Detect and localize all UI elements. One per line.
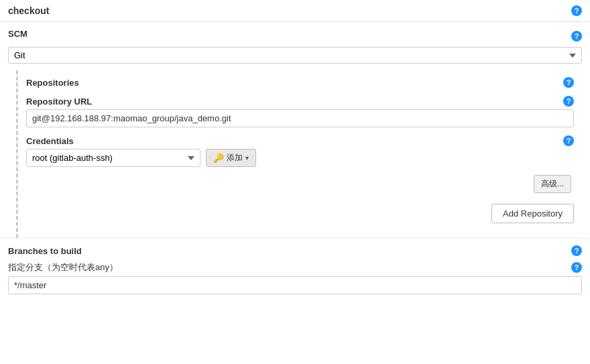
repositories-help-icon[interactable]: ?: [563, 77, 574, 88]
branch-field-header: 指定分支（为空时代表any） ?: [8, 261, 582, 274]
scm-select[interactable]: Git SVN None: [8, 47, 582, 64]
advanced-row: 高级...: [26, 175, 574, 193]
add-repository-button[interactable]: Add Repository: [491, 204, 574, 223]
branch-field-label: 指定分支（为空时代表any）: [8, 261, 118, 274]
branches-header: Branches to build ?: [8, 245, 582, 256]
repository-url-label: Repository URL: [26, 97, 92, 107]
repositories-title: Repositories: [26, 78, 79, 88]
credentials-field: Credentials ? root (gitlab-auth-ssh) - n…: [26, 135, 574, 167]
credentials-label: Credentials: [26, 136, 74, 146]
branch-field: 指定分支（为空时代表any） ?: [8, 261, 582, 294]
scm-help-icon[interactable]: ?: [571, 31, 582, 42]
add-repo-row: Add Repository: [26, 198, 574, 231]
page-container: checkout ? SCM ? Git SVN None Repositori…: [0, 0, 590, 364]
add-credentials-dropdown-arrow: ▾: [245, 154, 249, 162]
repository-url-header: Repository URL ?: [26, 96, 574, 107]
repositories-section-wrap: Repositories ? Repository URL ? Credenti…: [0, 64, 590, 238]
branches-title: Branches to build: [8, 246, 82, 256]
repositories-panel-header: Repositories ?: [26, 77, 574, 88]
header-row: checkout ?: [0, 0, 590, 22]
repository-url-field: Repository URL ?: [26, 96, 574, 127]
branches-help-icon[interactable]: ?: [571, 245, 582, 256]
credentials-select-wrap: root (gitlab-auth-ssh) - none -: [26, 149, 200, 167]
credentials-select[interactable]: root (gitlab-auth-ssh) - none -: [26, 149, 200, 167]
credentials-help-icon[interactable]: ?: [563, 135, 574, 146]
credentials-row: root (gitlab-auth-ssh) - none - 🔑 添加 ▾: [26, 149, 574, 167]
scm-select-wrap: Git SVN None: [8, 47, 582, 64]
scm-section: SCM ? Git SVN None: [0, 22, 590, 64]
add-credentials-button[interactable]: 🔑 添加 ▾: [206, 149, 256, 167]
credentials-header: Credentials ?: [26, 135, 574, 146]
repository-url-help-icon[interactable]: ?: [563, 96, 574, 107]
advanced-button[interactable]: 高级...: [534, 175, 571, 193]
add-credentials-label: 添加: [227, 152, 243, 164]
scm-label: SCM: [8, 29, 27, 39]
branches-section: Branches to build ? 指定分支（为空时代表any） ?: [0, 238, 590, 294]
repositories-panel: Repositories ? Repository URL ? Credenti…: [16, 70, 582, 238]
branch-field-help-icon[interactable]: ?: [571, 262, 582, 273]
header-help-icon[interactable]: ?: [571, 5, 582, 16]
repository-url-input[interactable]: [26, 109, 574, 127]
page-title: checkout: [8, 5, 49, 16]
key-icon: 🔑: [213, 153, 224, 163]
branch-input[interactable]: [8, 276, 582, 294]
